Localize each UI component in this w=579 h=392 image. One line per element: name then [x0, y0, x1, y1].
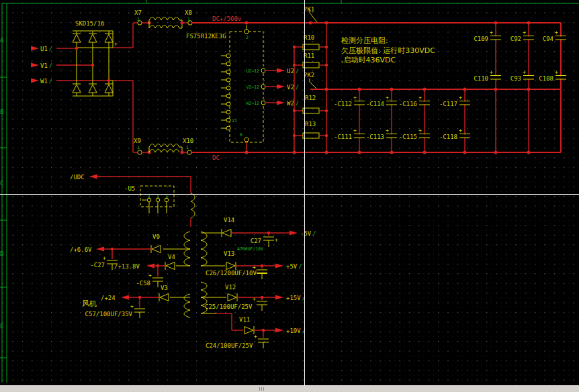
relay-k2-label[interactable]: ?K2 [304, 72, 314, 79]
igbt-pin-11: 11 [232, 118, 237, 124]
schematic-editor-canvas[interactable]: A B C D E U1/ V1/ W1/ SKD15/16 + - [0, 0, 579, 392]
svg-text:C25/100UF/25V: C25/100UF/25V [205, 303, 253, 310]
c27-value-label: 4700UF/10V [237, 246, 263, 252]
svg-text:C94: C94 [543, 36, 553, 42]
horizontal-scrollbar[interactable] [0, 385, 579, 392]
zone-letter-c: C [0, 180, 3, 187]
svg-text:X8: X8 [185, 9, 192, 16]
resistor-r10-label[interactable]: R10 [304, 34, 314, 41]
svg-text:+19V/: +19V/ [286, 328, 306, 334]
svg-text:V11: V11 [239, 316, 250, 323]
resistor-r12-label[interactable]: R12 [305, 95, 316, 101]
igbt-pin-w2: W2>12 [246, 101, 259, 106]
svg-text:X7: X7 [134, 9, 142, 16]
svg-text:C108: C108 [539, 75, 553, 82]
svg-text:W1/: W1/ [40, 78, 52, 85]
svg-text:X9: X9 [134, 138, 141, 144]
svg-text:+: + [459, 95, 462, 101]
zone-letter-b: B [0, 109, 3, 115]
svg-text:-C113: -C113 [366, 134, 384, 140]
net-label-dc-plus[interactable]: DC+/560v [212, 15, 241, 22]
zone-letter-d: D [0, 250, 3, 257]
svg-text:+: + [148, 273, 152, 279]
igbt-pin-u2: U2>12 [246, 68, 259, 74]
svg-text:+: + [555, 30, 558, 36]
zone-letter-e: E [0, 323, 3, 330]
svg-text:V2/: V2/ [287, 84, 299, 91]
svg-text:,启动时436VDC: ,启动时436VDC [341, 56, 396, 64]
svg-text:-C115: -C115 [399, 134, 417, 140]
igbt-pin-2: 2 [246, 35, 249, 40]
resistor-r11-label[interactable]: R11 [304, 52, 314, 59]
svg-text:+: + [523, 30, 526, 36]
svg-text:V3: V3 [161, 285, 168, 291]
svg-text:/+13.8V: /+13.8V [114, 263, 140, 270]
bridge-plus-mark: + [114, 41, 118, 47]
fan-label: 风机 [82, 299, 97, 308]
svg-text:C26/1200UF/10V: C26/1200UF/10V [206, 270, 257, 277]
svg-text:+: + [459, 128, 462, 134]
igbt-pin-8: 8 [240, 132, 242, 138]
igbt-part-label[interactable]: FS75R12KE3G [186, 33, 226, 40]
resistor-r13-label[interactable]: R13 [305, 121, 316, 128]
svg-text:+: + [523, 69, 526, 75]
svg-text:+: + [103, 255, 106, 261]
svg-text:+: + [130, 303, 134, 309]
svg-text:V12: V12 [225, 284, 236, 291]
svg-text:V9: V9 [152, 234, 160, 240]
svg-text:+: + [418, 128, 422, 134]
svg-text:X10: X10 [183, 138, 193, 144]
svg-text:-C116: -C116 [399, 101, 417, 107]
net-label-dc-minus[interactable]: DC- [212, 154, 223, 161]
schematic-sheet[interactable]: A B C D E U1/ V1/ W1/ SKD15/16 + - [0, 0, 579, 386]
svg-text:+: + [353, 128, 357, 134]
svg-text:U1/: U1/ [40, 46, 52, 52]
svg-text:+15V/: +15V/ [286, 295, 306, 301]
svg-text:+: + [353, 95, 357, 101]
svg-text:+: + [275, 237, 278, 243]
svg-text:C110: C110 [474, 75, 488, 82]
svg-text:-C58: -C58 [136, 280, 150, 287]
svg-text:-C117: -C117 [439, 101, 457, 107]
svg-text:V1/: V1/ [40, 62, 52, 69]
svg-text:+: + [254, 334, 257, 340]
svg-text:-C112: -C112 [334, 101, 352, 107]
svg-text:-5V/: -5V/ [300, 230, 316, 237]
svg-text:+: + [490, 69, 493, 75]
svg-text:C92: C92 [510, 36, 521, 42]
svg-text:C57/100UF/35V: C57/100UF/35V [85, 311, 133, 317]
svg-text:1: 1 [137, 145, 140, 150]
svg-text:C27: C27 [251, 238, 261, 244]
svg-text:V4: V4 [168, 254, 175, 260]
svg-text:/UDC: /UDC [70, 174, 85, 181]
svg-text:+: + [386, 95, 389, 101]
svg-text:+5V/: +5V/ [286, 263, 302, 270]
svg-text:-C114: -C114 [366, 101, 384, 107]
svg-text:+: + [490, 30, 493, 36]
svg-text:+: + [418, 95, 422, 101]
svg-text:U2/: U2/ [287, 68, 299, 75]
svg-text:C24/100UF/25V: C24/100UF/25V [206, 342, 253, 349]
svg-text:+: + [253, 296, 256, 302]
zone-letter-a: A [0, 37, 4, 44]
relay-k1-label[interactable]: ?K1 [304, 6, 314, 13]
svg-text:+: + [555, 69, 558, 75]
svg-text:V14: V14 [224, 217, 234, 224]
svg-text:检测分压电阻:: 检测分压电阻: [341, 36, 388, 45]
svg-text:1: 1 [186, 145, 189, 150]
igbt-pin-v2: V2>12 [246, 85, 259, 90]
svg-text:-C27: -C27 [90, 262, 105, 268]
svg-text:-U5: -U5 [124, 185, 135, 192]
svg-text:+: + [386, 128, 389, 134]
svg-text:欠压极限值: 运行时330VDC: 欠压极限值: 运行时330VDC [341, 46, 435, 55]
svg-text:-C111: -C111 [334, 134, 352, 140]
svg-text:W2/: W2/ [287, 100, 299, 107]
svg-text:V13: V13 [224, 250, 234, 257]
svg-text:/+24: /+24 [101, 295, 116, 301]
svg-text:C93: C93 [510, 75, 521, 82]
bridge-part-label[interactable]: SKD15/16 [75, 20, 104, 27]
svg-text:-C118: -C118 [439, 134, 457, 140]
svg-text:C109: C109 [474, 36, 488, 42]
svg-text:/+6.6V: /+6.6V [70, 246, 92, 253]
